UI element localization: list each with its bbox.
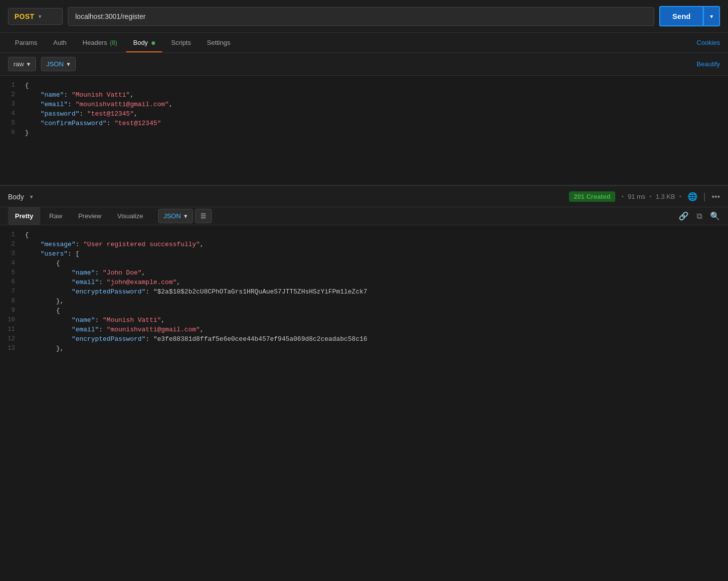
filter-button[interactable]: ☰	[195, 209, 212, 223]
response-tabs-bar: Pretty Raw Preview Visualize JSON ▾ ☰ 🔗 …	[0, 207, 728, 225]
line-number: 8	[0, 297, 25, 304]
line-number: 4	[0, 260, 25, 267]
line-number: 7	[0, 288, 25, 295]
tab-settings[interactable]: Settings	[200, 33, 237, 52]
cookies-link[interactable]: Cookies	[697, 33, 720, 52]
code-line: 6 "email": "john@example.com",	[0, 278, 728, 287]
line-number: 5	[0, 120, 25, 127]
code-line: 2 "message": "User registered successful…	[0, 240, 728, 249]
body-active-dot	[152, 41, 155, 45]
response-json-chevron-icon: ▾	[184, 212, 187, 220]
json-label: JSON	[46, 60, 64, 68]
code-line: 11 "email": "mounishvatti@gmail.com",	[0, 325, 728, 334]
send-btn-group: Send ▾	[659, 6, 720, 26]
copy-icon[interactable]: ⧉	[697, 212, 702, 221]
more-options-icon[interactable]: •••	[712, 192, 720, 201]
headers-badge: (8)	[110, 39, 117, 46]
line-number: 4	[0, 110, 25, 117]
raw-chevron-icon: ▾	[27, 60, 30, 68]
rtab-pretty[interactable]: Pretty	[8, 207, 40, 225]
code-line: 10 "name": "Mounish Vatti",	[0, 315, 728, 325]
response-json-label: JSON	[164, 212, 181, 220]
method-chevron-icon: ▾	[38, 13, 41, 20]
line-number: 1	[0, 231, 25, 238]
send-dropdown-button[interactable]: ▾	[704, 6, 720, 26]
raw-select[interactable]: raw ▾	[8, 57, 36, 71]
code-line: 7 "encryptedPassword": "$2a$10$2b2cU8CPh…	[0, 287, 728, 296]
line-number: 2	[0, 91, 25, 98]
code-line: 3 "users": [	[0, 249, 728, 259]
method-selector[interactable]: POST ▾	[8, 8, 63, 25]
line-content: "confirmPassword": "test@12345"	[25, 120, 161, 127]
json-select[interactable]: JSON ▾	[41, 57, 76, 71]
code-line: 6}	[0, 128, 728, 138]
tab-auth[interactable]: Auth	[46, 33, 74, 52]
response-time: 91 ms	[628, 193, 645, 200]
line-content: {	[25, 307, 60, 314]
line-content: {	[25, 260, 60, 267]
code-line: 9 {	[0, 306, 728, 315]
url-input[interactable]	[68, 7, 654, 26]
rtab-raw[interactable]: Raw	[42, 207, 69, 225]
code-line: 2 "name": "Mounish Vatti",	[0, 90, 728, 100]
code-line: 4 "password": "test@12345",	[0, 109, 728, 119]
code-line: 12 "encryptedPassword": "e3fe88381d8ffaf…	[0, 334, 728, 344]
line-content: {	[25, 231, 29, 239]
line-content: "encryptedPassword": "$2a$10$2b2cU8CPhOT…	[25, 288, 367, 295]
code-line: 1{	[0, 230, 728, 240]
tab-scripts[interactable]: Scripts	[164, 33, 198, 52]
dot-sep-3: •	[679, 193, 682, 200]
search-icon[interactable]: 🔍	[710, 211, 720, 221]
line-number: 11	[0, 326, 25, 333]
code-line: 3 "email": "mounishvatti@gmail.com",	[0, 100, 728, 109]
code-line: 1{	[0, 81, 728, 90]
line-content: {	[25, 82, 29, 89]
send-button[interactable]: Send	[659, 6, 704, 26]
tab-headers[interactable]: Headers (8)	[76, 33, 124, 52]
filter-icon: ☰	[200, 212, 206, 220]
dot-sep-1: •	[621, 193, 624, 200]
line-content: "password": "test@12345",	[25, 110, 138, 118]
line-content: "users": [	[25, 250, 79, 258]
request-tabs-bar: Params Auth Headers (8) Body Scripts Set…	[0, 33, 728, 53]
top-bar: POST ▾ Send ▾	[0, 0, 728, 33]
line-content: }	[25, 129, 29, 137]
rtab-preview[interactable]: Preview	[71, 207, 108, 225]
line-content: "name": "John Doe",	[25, 269, 146, 277]
beautify-button[interactable]: Beautify	[697, 60, 720, 68]
line-number: 3	[0, 250, 25, 257]
line-content: "email": "mounishvatti@gmail.com",	[25, 101, 173, 108]
status-badge: 201 Created	[569, 191, 616, 202]
request-body-editor[interactable]: 1{2 "name": "Mounish Vatti",3 "email": "…	[0, 76, 728, 185]
code-line: 8 },	[0, 296, 728, 306]
line-content: "name": "Mounish Vatti",	[25, 316, 165, 324]
line-content: "message": "User registered successfully…	[25, 241, 204, 248]
json-chevron-icon: ▾	[67, 60, 70, 68]
globe-icon[interactable]: 🌐	[688, 192, 698, 201]
line-content: "encryptedPassword": "e3fe88381d8ffaf5e6…	[25, 335, 367, 343]
response-size: 1.3 KB	[656, 193, 675, 200]
code-line: 4 {	[0, 259, 728, 268]
response-body-viewer: 1{2 "message": "User registered successf…	[0, 225, 728, 474]
response-json-select[interactable]: JSON ▾	[158, 209, 193, 223]
tab-params[interactable]: Params	[8, 33, 44, 52]
line-number: 13	[0, 345, 25, 352]
code-line: 13 },	[0, 344, 728, 353]
line-content: "email": "mounishvatti@gmail.com",	[25, 326, 204, 333]
rtab-visualize[interactable]: Visualize	[110, 207, 150, 225]
method-label: POST	[14, 12, 34, 20]
link-icon[interactable]: 🔗	[679, 211, 689, 221]
line-content: },	[25, 345, 64, 352]
line-number: 9	[0, 307, 25, 314]
line-number: 1	[0, 82, 25, 89]
tab-body[interactable]: Body	[126, 33, 162, 52]
response-meta: • 91 ms • 1.3 KB •	[621, 193, 681, 200]
code-line: 5 "name": "John Doe",	[0, 268, 728, 278]
line-number: 5	[0, 269, 25, 276]
line-content: "name": "Mounish Vatti",	[25, 91, 134, 99]
raw-label: raw	[13, 60, 24, 68]
dot-sep-2: •	[649, 193, 652, 200]
body-toolbar: raw ▾ JSON ▾ Beautify	[0, 53, 728, 76]
response-body-chevron-icon[interactable]: ▾	[30, 193, 33, 200]
response-header: Body ▾ 201 Created • 91 ms • 1.3 KB • 🌐 …	[0, 185, 728, 207]
